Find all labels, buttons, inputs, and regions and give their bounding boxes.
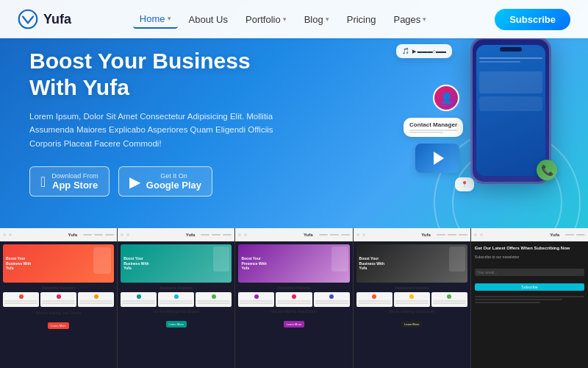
tmpl-cta-button[interactable]: Learn More (401, 321, 422, 328)
dark-line-shorter (475, 302, 541, 303)
feat-line (277, 302, 310, 304)
tmpl-subscribe-button[interactable]: Subscribe (475, 283, 584, 291)
feat-dot (137, 294, 141, 299)
tmpl-feat (431, 292, 467, 307)
tmpl-nav-item (330, 234, 339, 236)
nav-item-home[interactable]: Home ▾ (133, 10, 178, 29)
googleplay-icon: ▶ (129, 174, 140, 189)
nav-item-blog[interactable]: Blog ▾ (298, 11, 336, 28)
feat-line (315, 302, 348, 304)
msg-line (409, 130, 457, 131)
template-card-teal[interactable]: Yufa Boost YourBusiness WithYufa Awesome… (118, 228, 235, 368)
tmpl-logo-mini: Yufa (421, 233, 431, 237)
screen-card-2 (479, 96, 542, 111)
screen-line (479, 57, 542, 59)
tmpl-phone-mini (449, 247, 465, 272)
tmpl-email-input[interactable] (475, 269, 584, 276)
tmpl-nav-item (437, 234, 445, 236)
svg-point-0 (19, 10, 37, 29)
feat-line (395, 300, 429, 302)
logo-icon (18, 9, 38, 29)
tmpl-logo-mini: Yufa (550, 233, 559, 237)
subscribe-button[interactable]: Subscribe (495, 9, 570, 30)
tmpl-last-title: Get Our Latest Offers When Subscribing N… (475, 246, 584, 252)
hero-title: Boost Your Business With Yufa (29, 48, 279, 101)
feat-dot (329, 294, 334, 299)
template-card-dark[interactable]: Yufa Boost YourBusiness WithYufa Awesome… (354, 228, 471, 368)
tmpl-cta-area: We Are Making Your Dream Learn More (3, 311, 114, 330)
template-card-cyan[interactable]: Yufa Get Our Latest Offers When Subscrib… (471, 228, 588, 368)
tmpl-nav-item (319, 234, 328, 236)
tmpl-cta-button[interactable]: Learn More (48, 322, 68, 329)
tmpl-nav-item (448, 234, 456, 236)
feat-dot (19, 294, 24, 299)
chevron-down-icon: ▾ (168, 15, 171, 22)
chevron-down-icon: ▾ (423, 15, 426, 23)
tmpl-last-body: Get Our Latest Offers When Subscribing N… (471, 241, 588, 368)
tmpl-cta-text: We Are Making Your Dream (238, 309, 349, 314)
tmpl-nav-item (565, 234, 574, 236)
tmpl-features (238, 292, 349, 307)
nav-item-about[interactable]: About Us (182, 11, 234, 28)
tmpl-feat (196, 292, 232, 307)
tmpl-cta-button[interactable]: Learn More (166, 321, 187, 328)
feat-dot (447, 294, 451, 299)
tmpl-dot (480, 233, 483, 236)
hero-subtitle: Lorem Ipsum, Dolor Sit Amet Consectetur … (29, 110, 279, 150)
tmpl-cta-button[interactable]: Learn More (284, 321, 304, 328)
nav-item-portfolio[interactable]: Portfolio ▾ (239, 11, 293, 28)
googleplay-button[interactable]: ▶ Get It On Google Play (118, 166, 212, 197)
tmpl-nav-item (576, 234, 585, 236)
tmpl-hero-text: Boost YourBusiness WithYufa (6, 256, 31, 271)
appstore-button[interactable]:  Download From App Store (29, 166, 110, 197)
float-avatar: 👤 (433, 85, 459, 111)
tmpl-feat (356, 292, 392, 307)
tmpl-nav-mini (83, 234, 114, 236)
tmpl-dot (121, 233, 123, 236)
tmpl-phone-mini (93, 247, 111, 274)
template-card-purple[interactable]: Yufa Boost YourPresence WithYufa Awesome… (235, 228, 353, 368)
navbar: Yufa Home ▾ About Us Portfolio ▾ Blog ▾ … (0, 0, 588, 38)
tmpl-hero-text: Boost YourBusiness WithYufa (359, 256, 384, 271)
logo-text: Yufa (43, 12, 71, 27)
feat-line (433, 300, 466, 302)
feat-line (42, 300, 75, 302)
feat-line (395, 302, 429, 304)
screen-line-short (479, 61, 520, 63)
apple-icon:  (40, 174, 46, 189)
tmpl-phone-mini (213, 247, 229, 272)
feat-dot (57, 294, 61, 299)
phone-icon: 📞 (541, 164, 553, 176)
tmpl-hero-block: Boost YourBusiness WithYufa (356, 244, 467, 283)
tmpl-header-cyan: Yufa (471, 228, 588, 241)
tmpl-dot (126, 233, 129, 236)
tmpl-nav-item (201, 234, 209, 236)
tmpl-section-title: Awesome Features (238, 286, 349, 290)
tmpl-hero-block: Boost YourBusiness WithYufa (121, 244, 232, 283)
tmpl-dot (244, 233, 247, 236)
tmpl-dot (362, 233, 365, 236)
tmpl-dot (3, 233, 6, 236)
float-music-card: 🎵 ▶ ▬▬▬○▬▬ (396, 44, 452, 58)
tmpl-feat (40, 292, 76, 307)
tmpl-cta-area: We Are Making Your Dream Learn More (356, 309, 467, 328)
tmpl-body-orange: Boost YourBusiness WithYufa Awesome Feat… (0, 241, 117, 333)
nav-item-pricing[interactable]: Pricing (340, 11, 383, 28)
nav-item-pages[interactable]: Pages ▾ (387, 11, 433, 28)
template-card-orange[interactable]: Yufa Boost YourBusiness WithYufa Awesome… (0, 228, 118, 368)
tmpl-feat (394, 292, 430, 307)
feat-line (240, 302, 273, 304)
tmpl-body-teal: Boost YourBusiness WithYufa Awesome Feat… (118, 241, 234, 331)
tmpl-nav-mini (319, 234, 350, 236)
tmpl-section-title: Awesome Features (3, 286, 114, 290)
tmpl-features (356, 292, 467, 307)
phone-mockup: 🎵 ▶ ▬▬▬○▬▬ 15 SEP 28 👤 Contact Manager 📍 (375, 29, 566, 221)
phone-notch (500, 47, 522, 52)
tmpl-header-orange: Yufa (0, 228, 117, 241)
tmpl-dot (356, 233, 359, 236)
logo[interactable]: Yufa (18, 9, 71, 29)
tmpl-hero-block: Boost YourBusiness WithYufa (3, 244, 114, 283)
float-phone-button: 📞 (537, 160, 557, 180)
music-icon: 🎵 (402, 48, 409, 54)
feat-dot (174, 294, 179, 299)
